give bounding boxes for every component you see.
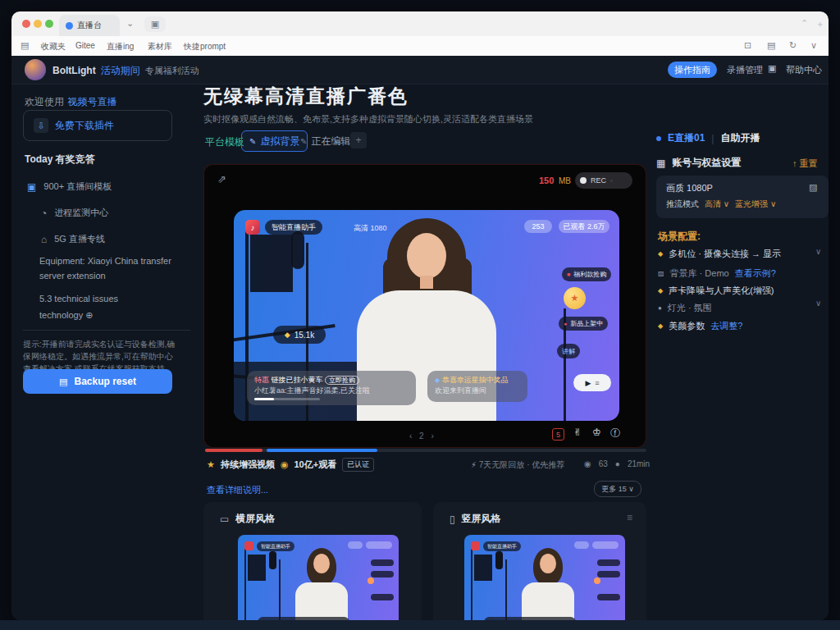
maximize-window-button[interactable]: [45, 20, 53, 28]
gift-icon[interactable]: ★: [564, 287, 586, 309]
guide-button[interactable]: 操作指南: [668, 62, 717, 78]
mode-extra[interactable]: 蓝光增强 ∨: [735, 199, 776, 210]
bitrate-unit: MB: [559, 176, 571, 185]
tab-title: 直播台: [77, 20, 102, 31]
list-icon: ≡: [595, 379, 599, 387]
welcome-highlight[interactable]: 视频号直播: [67, 96, 116, 107]
extensions-icon[interactable]: ⊡: [744, 40, 751, 51]
sidebar-item-line[interactable]: ⌂ 5G 直播专线: [41, 233, 105, 245]
tab-editing[interactable]: ✎ 正在编辑: [300, 135, 350, 148]
video-canvas[interactable]: ♪ 智能直播助手 高清 1080 253 已观看 2.6万 ■ 福利款抢购 ★ …: [234, 210, 619, 421]
viewer-count-pill[interactable]: 253: [524, 220, 552, 233]
bookmark-item[interactable]: 快捷prompt: [184, 41, 226, 52]
account-settings-row[interactable]: ▦ 账号与权益设置: [656, 156, 741, 170]
gift-counter-badge[interactable]: ◆ 15.1k: [273, 326, 326, 344]
person-face: [540, 554, 556, 573]
bookmark-item[interactable]: Gitee: [75, 41, 95, 50]
circled-f-icon[interactable]: ⓕ: [610, 427, 620, 441]
panel-item-audio[interactable]: ◆ 声卡降噪与人声美化(增强): [658, 285, 774, 297]
bookmark-item[interactable]: 直播ing: [107, 41, 134, 52]
viewer-pill: [348, 541, 363, 549]
device-card[interactable]: 画质 1080P ▨ 推流模式 高清 ∨ 蓝光增强 ∨: [656, 176, 829, 218]
portrait-thumbnail[interactable]: 智能直播助手: [464, 535, 625, 620]
titlebar-extra-icon[interactable]: ⌃: [801, 18, 808, 29]
panel-item-camera[interactable]: ◆ 多机位 · 摄像头连接 → 显示: [658, 248, 781, 260]
panel-item-lighting[interactable]: ● 灯光 · 氛围: [658, 302, 712, 314]
avatar[interactable]: [25, 59, 46, 80]
sale-badge[interactable]: ■ 福利款抢购: [562, 267, 611, 281]
desktop: 直播台 ⌄ ▣ ⌃ ＋ ▤ 收藏夹 Gitee 直播ing 素材库 快捷prom…: [0, 0, 840, 630]
close-tab-icon[interactable]: ⌄: [126, 18, 134, 29]
dot-icon: ●: [658, 304, 662, 312]
reset-action[interactable]: ↑ 重置: [792, 158, 818, 170]
details-link[interactable]: 查看详细说明...: [207, 484, 268, 496]
pen-icon: ✎: [249, 137, 256, 146]
grid-icon[interactable]: ▣: [768, 63, 776, 74]
records-menu[interactable]: 录播管理: [727, 64, 763, 76]
stand-pole: [505, 559, 507, 620]
rec-label: REC: [591, 176, 606, 185]
share-icon[interactable]: ⇗: [217, 173, 226, 185]
tab-virtual-background[interactable]: ✎ 虚拟背景: [241, 130, 308, 152]
help-menu[interactable]: 帮助中心: [786, 64, 822, 76]
sidebar-item-templates[interactable]: ▣ 900+ 直播间模板: [27, 180, 112, 193]
microphone-silhouette: [269, 551, 276, 569]
speed-badge[interactable]: 5: [552, 428, 564, 441]
add-tab-button[interactable]: +: [350, 132, 367, 148]
user-activity-link[interactable]: 活动期间: [101, 64, 140, 78]
more-pill[interactable]: 更多 15 ∨: [594, 481, 641, 497]
panel-item-backgrounds[interactable]: ▨ 背景库 · Demo 查看示例?: [658, 267, 776, 280]
chevron-down-icon[interactable]: ∨: [815, 247, 821, 256]
chat-text: 恭喜幸运星抽中奖品: [442, 376, 509, 384]
rec-toggle[interactable]: REC ◦: [575, 172, 632, 189]
views-badge: 10亿+观看: [294, 459, 336, 471]
stream-progress-track[interactable]: [205, 449, 646, 452]
sidebar-toggle-icon[interactable]: ▤: [767, 40, 775, 51]
watched-pill: [592, 541, 619, 549]
bookmark-item[interactable]: 收藏夹: [41, 41, 66, 52]
backup-reset-button[interactable]: ▤ Backup reset: [23, 369, 172, 394]
download-plugin-button[interactable]: ⇩ 免费下载插件: [23, 110, 172, 141]
mode-value[interactable]: 高清 ∨: [705, 199, 729, 210]
panel-item-link[interactable]: 去调整?: [710, 320, 742, 332]
stand-pole: [279, 559, 281, 620]
quality-line: 画质 1080P: [666, 182, 713, 194]
person-face: [407, 233, 446, 279]
minimize-window-button[interactable]: [34, 20, 42, 28]
apps-grid-icon[interactable]: ▤: [21, 40, 29, 51]
watched-pill[interactable]: 已观看 2.6万: [559, 220, 609, 233]
streamer-pill[interactable]: 智能直播助手: [265, 220, 322, 235]
ring-icon: ◦: [610, 177, 613, 185]
titlebar-add-icon[interactable]: ＋: [815, 18, 824, 30]
bookmark-item[interactable]: 素材库: [148, 41, 172, 52]
refresh-icon[interactable]: ↻: [789, 40, 797, 51]
breadcrumb-link[interactable]: E直播01: [668, 131, 705, 145]
page-indicator[interactable]: ‹ 2 ›: [409, 431, 436, 441]
new-tab-button[interactable]: ▣: [144, 16, 166, 32]
speaker-silhouette: [250, 235, 293, 292]
close-window-button[interactable]: [22, 20, 30, 28]
panel-item-beauty[interactable]: ◆ 美颜参数 去调整?: [658, 320, 742, 332]
stream-stats-middle: ⚡ 7天无限回放 · 优先推荐: [471, 459, 564, 471]
gift-counter-label: 15.1k: [294, 331, 314, 340]
chevron-down-icon[interactable]: ∨: [810, 40, 817, 51]
tab-templates[interactable]: 平台模板: [205, 135, 244, 149]
chevron-down-icon[interactable]: ∨: [815, 299, 821, 308]
stream-logo-icon: [244, 541, 253, 550]
new-item-badge[interactable]: ● 新品上架中: [559, 317, 608, 331]
account-title: 账号与权益设置: [672, 156, 741, 170]
image-icon: ▨: [658, 270, 664, 277]
play-pill[interactable]: ▶ ≡: [573, 374, 611, 391]
panel-item-label: 美颜参数: [669, 320, 705, 332]
card-header: ▯ 竖屏风格: [450, 512, 501, 526]
explain-badge[interactable]: 讲解: [557, 344, 580, 358]
menu-icon[interactable]: ≡: [627, 512, 632, 523]
crown-icon[interactable]: ♔: [592, 427, 601, 438]
hands-icon[interactable]: ✌: [573, 427, 582, 438]
overlay-badge: [371, 559, 394, 566]
sidebar-item-monitor[interactable]: ◔ 进程监测中心: [41, 207, 108, 219]
browser-tab[interactable]: 直播台: [59, 15, 120, 36]
panel-item-link[interactable]: 查看示例?: [735, 267, 776, 280]
buy-now-pill[interactable]: 立即抢购: [325, 376, 359, 385]
landscape-thumbnail[interactable]: 智能直播助手: [238, 535, 399, 620]
